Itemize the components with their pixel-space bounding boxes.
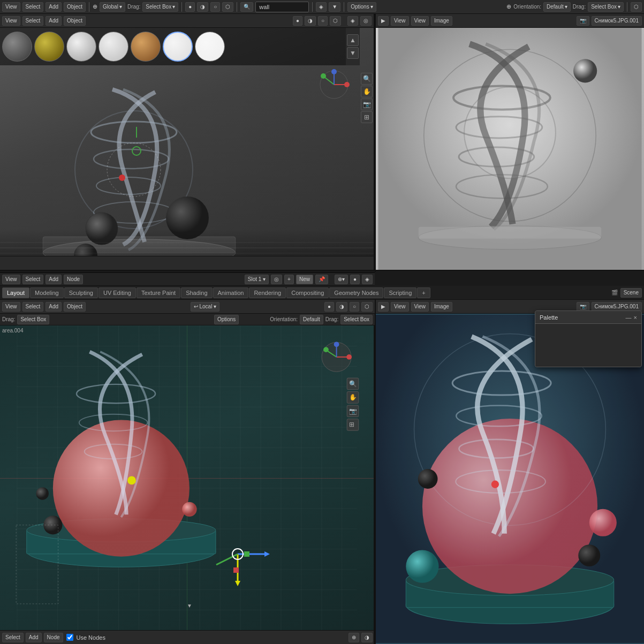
zoom-btn[interactable]: 🔍 [361, 73, 373, 85]
viewport-gizmo-tl[interactable]: X Y Z [318, 69, 350, 101]
bl-select-box-btn[interactable]: Select Box [17, 315, 49, 324]
render-btn[interactable]: ● [185, 2, 195, 12]
tab-sculpting[interactable]: Sculpting [64, 287, 98, 298]
tab-compositing[interactable]: Compositing [286, 287, 329, 298]
bl-add-btn[interactable]: Add [46, 302, 62, 312]
bl-footer-node[interactable]: Node [44, 633, 63, 642]
node-overlay-btn[interactable]: ◈ [362, 275, 373, 284]
palette-minimize[interactable]: — [626, 314, 632, 321]
node-slot-dropdown[interactable]: Slot 1 ▾ [245, 275, 269, 284]
bl-options-btn[interactable]: Options [214, 315, 239, 324]
bl-view-btn[interactable]: View [2, 302, 20, 312]
use-nodes-checkbox[interactable] [66, 634, 73, 641]
node-icons-group[interactable]: ⊕▾ [335, 275, 348, 284]
vp-tl-render[interactable]: ● [293, 16, 302, 26]
orbit-btn[interactable]: 📷 [361, 99, 373, 110]
tab-layout[interactable]: Layout [2, 287, 29, 298]
node-view-btn[interactable]: View [2, 275, 20, 284]
select-box-top-right[interactable]: Select Box ▾ [588, 2, 624, 12]
bl-footer-select[interactable]: Select [2, 633, 24, 642]
node-render-btn[interactable]: ● [350, 275, 360, 284]
br-camera-icon[interactable]: 📷 [577, 302, 589, 312]
tr-camera-icon[interactable]: 📷 [577, 16, 589, 26]
mat-ball-active[interactable] [163, 32, 193, 62]
bl-footer-add[interactable]: Add [26, 633, 42, 642]
br-view3[interactable]: View [411, 302, 429, 312]
mat-ball-white[interactable] [195, 32, 225, 62]
mat-ball-white-marble[interactable] [66, 32, 96, 62]
palette-close[interactable]: × [634, 314, 637, 321]
pan-btn[interactable]: ✋ [361, 86, 373, 97]
menu-view[interactable]: View [2, 2, 20, 12]
tab-texture-paint[interactable]: Texture Paint [137, 287, 180, 298]
tab-geometry-nodes[interactable]: Geometry Nodes [329, 287, 383, 298]
search-input[interactable] [255, 2, 309, 12]
vp-tl-object[interactable]: Object [64, 16, 86, 26]
tab-uv-editing[interactable]: UV Editing [99, 287, 136, 298]
node-pin-btn[interactable]: 📌 [315, 275, 328, 284]
bl-mat-btn[interactable]: ◑ [336, 302, 347, 312]
node-select-btn[interactable]: Select [22, 275, 44, 284]
tr-view2[interactable]: View [391, 16, 409, 26]
scene-dropdown[interactable]: Scene [620, 288, 642, 298]
filter-btn[interactable]: ▼ [329, 2, 340, 12]
snap-btn[interactable]: ⬡ [631, 2, 642, 12]
mat-ball-dark[interactable] [2, 32, 32, 62]
overlays-btn[interactable]: ◈ [316, 2, 327, 12]
bl-object-btn[interactable]: Object [64, 302, 86, 312]
camera-btn[interactable]: ⊞ [361, 111, 373, 123]
bl-footer-icon1[interactable]: ⊕ [348, 633, 359, 642]
vp-tl-mat[interactable]: ◑ [305, 16, 316, 26]
bl-select-box2-btn[interactable]: Select Box [340, 315, 373, 324]
node-add-icon[interactable]: + [284, 275, 294, 284]
select-box-top-left[interactable]: Select Box ▾ [142, 2, 178, 12]
node-node-btn[interactable]: Node [64, 275, 83, 284]
mat-scroll-up[interactable]: ▲ [347, 34, 359, 46]
br-image[interactable]: Image [431, 302, 452, 312]
bl-local-btn[interactable]: ↩ Local ▾ [191, 302, 219, 312]
tab-scripting[interactable]: Scripting [384, 287, 416, 298]
br-view1[interactable]: ▶ [378, 302, 389, 312]
bl-footer-icon2[interactable]: ◑ [361, 633, 373, 642]
vp-tl-solid[interactable]: ○ [318, 16, 328, 26]
node-add-btn[interactable]: Add [46, 275, 62, 284]
vp-tl-xray[interactable]: ◎ [360, 16, 372, 26]
tab-modeling[interactable]: Modeling [30, 287, 64, 298]
tab-shading[interactable]: Shading [181, 287, 212, 298]
bl-select-btn[interactable]: Select [22, 302, 44, 312]
default-dropdown-right[interactable]: Default ▾ [543, 2, 571, 12]
tr-image[interactable]: Image [431, 16, 452, 26]
options-dropdown[interactable]: Options ▾ [347, 2, 376, 12]
br-filename[interactable]: Снимок5.JPG.001 [592, 302, 642, 312]
mat-ball-wood[interactable] [131, 32, 161, 62]
wire-btn[interactable]: ⬡ [222, 2, 233, 12]
vp-tl-view[interactable]: View [2, 16, 20, 26]
mat-scroll-dn[interactable]: ▼ [347, 47, 359, 59]
search-btn[interactable]: 🔍 [240, 2, 253, 12]
vp-tl-overlay[interactable]: ◈ [347, 16, 358, 26]
vp-tl-select[interactable]: Select [22, 16, 44, 26]
solid-btn[interactable]: ○ [210, 2, 220, 12]
vp-tl-wire[interactable]: ⬡ [330, 16, 341, 26]
mode-global-dropdown[interactable]: Global ▾ [100, 2, 125, 12]
vp-tl-add[interactable]: Add [46, 16, 62, 26]
tr-view3[interactable]: View [411, 16, 429, 26]
bl-render-btn[interactable]: ● [324, 302, 334, 312]
mat-ball-yellow[interactable] [34, 32, 64, 62]
tr-filename[interactable]: Снимок5.JPG.001 [592, 16, 642, 26]
mat-ball-grey[interactable] [99, 32, 128, 62]
bl-default-btn[interactable]: Default [300, 315, 323, 324]
node-new-btn[interactable]: New [296, 275, 313, 284]
menu-object[interactable]: Object [64, 2, 86, 12]
bl-wire-btn[interactable]: ⬡ [361, 302, 373, 312]
menu-add[interactable]: Add [46, 2, 62, 12]
tab-animation[interactable]: Animation [213, 287, 249, 298]
menu-select[interactable]: Select [22, 2, 44, 12]
br-view2[interactable]: View [391, 302, 409, 312]
mat-preview-btn[interactable]: ◑ [197, 2, 208, 12]
node-sphere-icon[interactable]: ◎ [271, 275, 282, 284]
bl-solid-btn[interactable]: ○ [350, 302, 359, 312]
tab-add[interactable]: + [417, 287, 430, 298]
tab-rendering[interactable]: Rendering [249, 287, 286, 298]
tr-view1[interactable]: ▶ [378, 16, 389, 26]
